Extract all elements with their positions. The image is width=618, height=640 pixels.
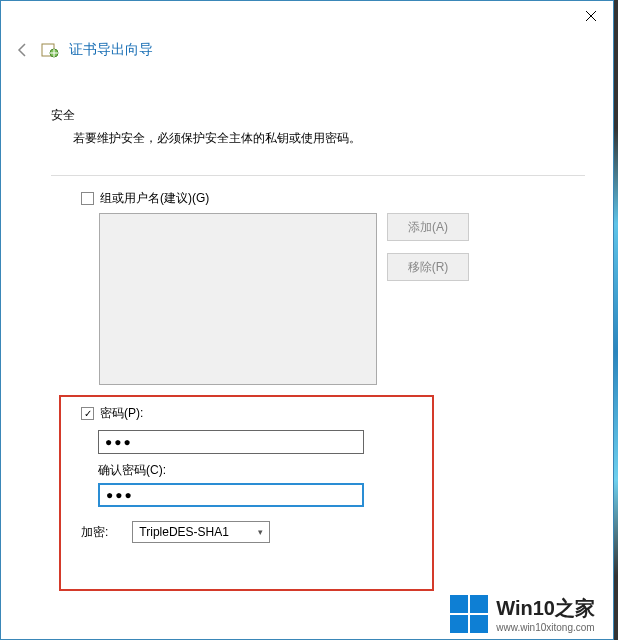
back-arrow-icon[interactable] [15,42,31,58]
confirm-password-value: ●●● [106,488,134,502]
desktop-edge [614,0,618,640]
group-users-listbox[interactable] [99,213,377,385]
password-checkbox-label: 密码(P): [100,405,143,422]
encryption-label: 加密: [81,524,108,541]
titlebar [1,1,613,31]
remove-button[interactable]: 移除(R) [387,253,469,281]
watermark-brand: Win10之家 [496,595,595,622]
password-input[interactable]: ●●● [98,430,364,454]
password-value: ●●● [105,435,133,449]
chevron-down-icon: ▾ [258,527,263,537]
password-checkbox[interactable] [81,407,94,420]
divider [51,175,585,176]
group-checkbox-row: 组或用户名(建议)(G) [81,190,585,207]
watermark: Win10之家 www.win10xitong.com [450,595,595,633]
certificate-wizard-icon [41,41,59,59]
section-description: 若要维护安全，必须保护安全主体的私钥或使用密码。 [73,130,585,147]
group-checkbox[interactable] [81,192,94,205]
encryption-row: 加密: TripleDES-SHA1 ▾ [81,521,431,543]
header-row: 证书导出向导 [15,41,153,59]
wizard-window: 证书导出向导 安全 若要维护安全，必须保护安全主体的私钥或使用密码。 组或用户名… [0,0,614,640]
add-button[interactable]: 添加(A) [387,213,469,241]
encryption-selected: TripleDES-SHA1 [139,525,229,539]
confirm-password-label: 确认密码(C): [98,462,431,479]
encryption-select[interactable]: TripleDES-SHA1 ▾ [132,521,270,543]
listbox-row: 添加(A) 移除(R) [99,213,585,385]
watermark-text: Win10之家 www.win10xitong.com [496,595,595,633]
confirm-password-input[interactable]: ●●● [98,483,364,507]
section-title: 安全 [51,107,585,124]
password-checkbox-row: 密码(P): [81,405,431,422]
windows-logo-icon [450,595,488,633]
button-column: 添加(A) 移除(R) [387,213,469,385]
wizard-title: 证书导出向导 [69,41,153,59]
watermark-url: www.win10xitong.com [496,622,595,633]
content-area: 安全 若要维护安全，必须保护安全主体的私钥或使用密码。 组或用户名(建议)(G)… [51,107,585,385]
close-button[interactable] [568,1,613,31]
group-checkbox-label: 组或用户名(建议)(G) [100,190,209,207]
password-section: 密码(P): ●●● 确认密码(C): ●●● 加密: TripleDES-SH… [81,405,431,543]
close-icon [586,11,596,21]
